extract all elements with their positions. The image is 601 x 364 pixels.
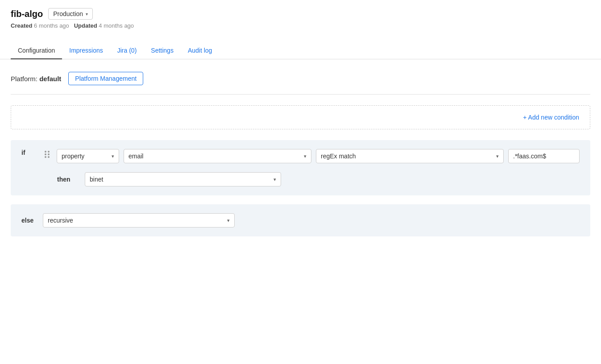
platform-management-button[interactable]: Platform Management: [68, 72, 143, 85]
then-section: then binet ▾: [21, 172, 580, 186]
then-value-select[interactable]: binet ▾: [85, 172, 281, 186]
platform-label: Platform: default: [11, 75, 61, 83]
add-condition-box: + Add new condition: [11, 105, 590, 129]
regex-value-input: .*faas.com$: [508, 149, 580, 163]
env-label: Production: [53, 10, 83, 17]
platform-row: Platform: default Platform Management: [11, 72, 590, 85]
created-value: 6 months ago: [34, 22, 69, 29]
main-content: Platform: default Platform Management + …: [0, 59, 601, 249]
meta-info: Created 6 months ago Updated 4 months ag…: [11, 22, 590, 29]
app-name: fib-algo: [11, 9, 43, 19]
if-controls: property ▾ email ▾ regEx match ▾ .*faas.…: [57, 149, 580, 163]
if-wrapper: if property ▾ email ▾: [21, 149, 580, 163]
tab-jira[interactable]: Jira (0): [110, 42, 144, 59]
divider: [11, 94, 590, 95]
condition-content: property ▾ email ▾ regEx match ▾ .*faas.…: [57, 149, 580, 163]
add-condition-link[interactable]: + Add new condition: [523, 114, 579, 121]
property-chevron-icon: ▾: [112, 153, 114, 159]
drag-handle[interactable]: [43, 149, 51, 160]
else-chevron-icon: ▾: [227, 218, 230, 223]
else-block: else recursive ▾: [11, 204, 590, 236]
email-select[interactable]: email ▾: [124, 149, 311, 163]
regex-match-select[interactable]: regEx match ▾: [316, 149, 504, 163]
else-value-select[interactable]: recursive ▾: [43, 213, 235, 228]
tab-audit-log[interactable]: Audit log: [181, 42, 219, 59]
page-header: fib-algo Production ▾ Created 6 months a…: [0, 0, 601, 33]
chevron-down-icon: ▾: [86, 12, 88, 17]
updated-value: 4 months ago: [99, 22, 134, 29]
property-select[interactable]: property ▾: [57, 149, 119, 163]
then-row: then binet ▾: [57, 172, 580, 186]
then-chevron-icon: ▾: [274, 177, 276, 182]
condition-block-if: if property ▾ email ▾: [11, 140, 590, 195]
regex-chevron-icon: ▾: [496, 153, 499, 159]
tab-configuration[interactable]: Configuration: [11, 42, 62, 59]
updated-label: Updated: [74, 22, 97, 29]
tabs-nav: Configuration Impressions Jira (0) Setti…: [0, 42, 601, 59]
env-dropdown[interactable]: Production ▾: [48, 8, 93, 20]
then-label: then: [57, 176, 79, 183]
else-row: else recursive ▾: [21, 213, 580, 228]
else-label: else: [21, 217, 37, 224]
email-chevron-icon: ▾: [304, 153, 307, 159]
tab-settings[interactable]: Settings: [144, 42, 181, 59]
tab-impressions[interactable]: Impressions: [62, 42, 110, 59]
header-top: fib-algo Production ▾: [11, 8, 590, 20]
if-label: if: [21, 149, 37, 156]
created-label: Created: [11, 22, 32, 29]
